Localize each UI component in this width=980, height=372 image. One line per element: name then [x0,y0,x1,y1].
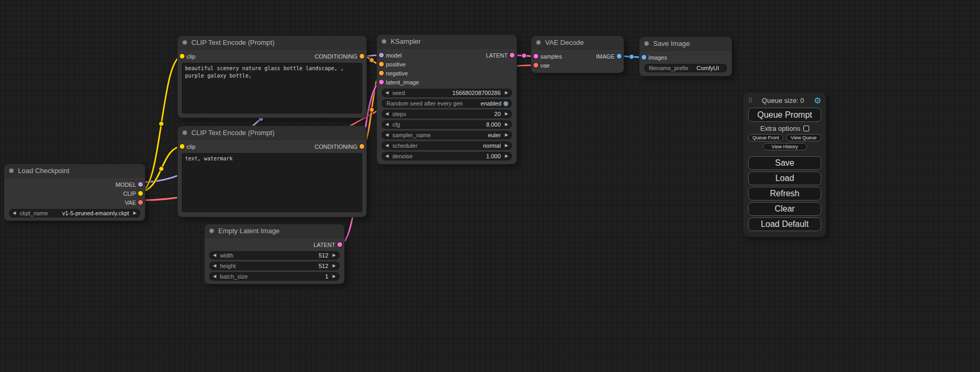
widget-label: filename_prefix [649,65,688,71]
load-default-button[interactable]: Load Default [748,217,821,231]
save-button[interactable]: Save [748,156,821,170]
vae-input-socket[interactable] [533,63,538,68]
queue-prompt-button[interactable]: Queue Prompt [748,108,821,122]
increment-arrow-icon[interactable]: ▶ [505,144,508,148]
decrement-arrow-icon[interactable]: ◀ [385,112,389,116]
node-header[interactable]: KSampler [377,35,517,49]
node-title: CLIP Text Encode (Prompt) [191,39,275,46]
widget-scheduler[interactable]: ◀ scheduler normal ▶ [382,141,512,150]
model-input-socket[interactable] [379,53,384,58]
decrement-arrow-icon[interactable]: ◀ [213,264,216,268]
collapse-dot-icon[interactable] [644,41,649,46]
widget-cfg[interactable]: ◀ cfg 8.000 ▶ [382,120,512,129]
collapse-dot-icon[interactable] [182,130,187,135]
extra-options-row: Extra options [748,125,821,132]
widget-filename-prefix[interactable]: filename_prefix ComfyUI [644,64,727,72]
collapse-dot-icon[interactable] [182,40,187,45]
samples-input-label: samples [540,53,562,60]
queue-front-button[interactable]: Queue Front [748,134,783,141]
widget-value: 1.000 [486,153,501,159]
node-clip-text-encode-positive[interactable]: CLIP Text Encode (Prompt) clip CONDITION… [178,36,366,118]
slot-row: images [639,53,732,62]
increment-arrow-icon[interactable]: ▶ [505,133,508,137]
increment-arrow-icon[interactable]: ▶ [505,122,508,127]
increment-arrow-icon[interactable]: ▶ [333,274,336,279]
node-vae-decode[interactable]: VAE Decode samples IMAGE vae [531,36,624,73]
increment-arrow-icon[interactable]: ▶ [505,154,508,158]
latent-output-socket[interactable] [510,53,515,58]
refresh-button[interactable]: Refresh [748,187,821,201]
node-header[interactable]: Save Image [639,37,732,51]
collapse-dot-icon[interactable] [536,40,541,45]
drag-handle-icon[interactable]: ⠿ [748,97,752,104]
model-output-socket[interactable] [138,182,143,187]
image-output-socket[interactable] [617,54,622,59]
slot-row: LATENT [205,240,344,249]
images-input-socket[interactable] [642,55,646,60]
increment-arrow-icon[interactable]: ▶ [133,211,137,215]
widget-seed[interactable]: ◀ seed 156680208700286 ▶ [382,89,512,97]
node-header[interactable]: CLIP Text Encode (Prompt) [178,36,366,50]
widget-ckpt-name[interactable]: ◀ ckpt_name v1-5-pruned-emaonly.ckpt ▶ [9,209,140,217]
collapse-dot-icon[interactable] [9,168,14,173]
widget-random-seed-toggle[interactable]: Random seed after every gen enabled [382,99,512,108]
slot-row: samples IMAGE [531,52,624,61]
latent-output-socket[interactable] [337,242,342,247]
clip-input-socket[interactable] [180,54,185,59]
conditioning-output-socket[interactable] [360,144,364,149]
vae-input-label: vae [540,62,550,69]
collapse-dot-icon[interactable] [209,228,214,233]
node-ksampler[interactable]: KSampler model LATENT positive negative … [377,35,517,164]
node-header[interactable]: Load Checkpoint [4,164,145,178]
widget-steps[interactable]: ◀ steps 20 ▶ [382,110,512,118]
decrement-arrow-icon[interactable]: ◀ [385,144,389,148]
node-header[interactable]: CLIP Text Encode (Prompt) [178,126,366,140]
node-save-image[interactable]: Save Image images filename_prefix ComfyU… [639,37,732,76]
increment-arrow-icon[interactable]: ▶ [505,91,508,95]
negative-prompt-textarea[interactable]: text, watermark [182,153,362,212]
decrement-arrow-icon[interactable]: ◀ [385,91,389,95]
node-clip-text-encode-negative[interactable]: CLIP Text Encode (Prompt) clip CONDITION… [178,126,366,217]
negative-input-label: negative [386,70,408,77]
widget-sampler-name[interactable]: ◀ sampler_name euler ▶ [382,131,512,139]
widget-denoise[interactable]: ◀ denoise 1.000 ▶ [382,152,512,160]
widget-height[interactable]: ◀ height 512 ▶ [209,262,339,270]
vae-output-socket[interactable] [138,200,143,205]
load-button[interactable]: Load [748,171,821,185]
widget-value: 512 [318,263,328,269]
latent-output-label: LATENT [486,52,508,59]
clip-output-socket[interactable] [138,191,143,196]
node-empty-latent-image[interactable]: Empty Latent Image LATENT ◀ width 512 ▶ … [205,224,344,284]
positive-prompt-textarea[interactable]: beautiful scenery nature glass bottle la… [182,63,362,113]
decrement-arrow-icon[interactable]: ◀ [385,122,389,127]
node-load-checkpoint[interactable]: Load Checkpoint MODEL CLIP VAE ◀ ckpt_na… [4,164,145,221]
increment-arrow-icon[interactable]: ▶ [505,112,508,116]
toggle-dot-icon[interactable] [503,101,508,106]
view-queue-button[interactable]: View Queue [786,134,821,141]
slot-row: MODEL [4,180,145,189]
collapse-dot-icon[interactable] [382,39,386,44]
clear-button[interactable]: Clear [748,202,821,216]
node-header[interactable]: Empty Latent Image [205,224,344,238]
clip-input-label: clip [187,144,196,150]
decrement-arrow-icon[interactable]: ◀ [385,133,389,137]
widget-width[interactable]: ◀ width 512 ▶ [209,251,339,260]
latent-image-input-socket[interactable] [379,80,384,84]
widget-batch-size[interactable]: ◀ batch_size 1 ▶ [209,272,339,281]
decrement-arrow-icon[interactable]: ◀ [13,211,16,215]
widget-label: seed [392,90,405,96]
view-history-button[interactable]: View History [763,143,807,150]
settings-gear-icon[interactable]: ⚙ [814,97,821,105]
decrement-arrow-icon[interactable]: ◀ [213,274,216,279]
increment-arrow-icon[interactable]: ▶ [333,264,336,268]
negative-input-socket[interactable] [379,71,384,75]
clip-input-socket[interactable] [180,144,185,149]
decrement-arrow-icon[interactable]: ◀ [385,154,389,158]
positive-input-socket[interactable] [379,62,384,66]
node-header[interactable]: VAE Decode [531,36,624,50]
decrement-arrow-icon[interactable]: ◀ [213,253,216,257]
conditioning-output-socket[interactable] [360,54,364,59]
samples-input-socket[interactable] [533,54,538,59]
increment-arrow-icon[interactable]: ▶ [333,253,336,257]
extra-options-checkbox[interactable] [803,126,809,131]
